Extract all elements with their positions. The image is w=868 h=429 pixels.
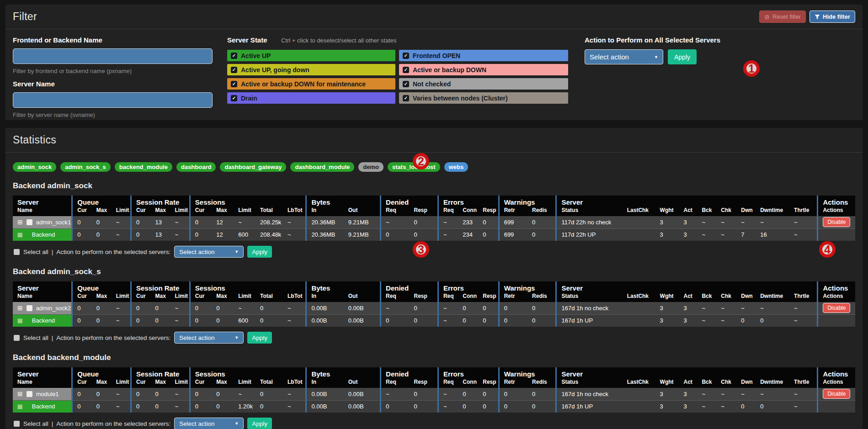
- filter-body: Frontend or Backend Name Filter by front…: [5, 29, 863, 124]
- stat-cell: 7: [736, 228, 756, 241]
- state-toggle-active-up[interactable]: ✓Active UP: [227, 50, 395, 61]
- stat-cell: 12: [212, 228, 234, 241]
- frontend-backend-name-input[interactable]: [13, 48, 213, 64]
- state-label: Active UP: [241, 52, 271, 59]
- state-toggle-active-or-backup-down[interactable]: ✓Active or backup DOWN: [399, 64, 568, 75]
- stat-cell: 9.21MB: [344, 228, 381, 241]
- column-server-status: Status: [556, 206, 623, 216]
- column-sessions-limit: Limit: [234, 292, 256, 302]
- stat-cell: ~: [756, 302, 789, 314]
- expand-icon[interactable]: ⊞: [17, 305, 23, 311]
- proxy-badge-dashboard-module[interactable]: dashboard_module: [290, 162, 354, 172]
- proxy-badge-dashboard[interactable]: dashboard: [176, 162, 216, 172]
- proxy-badge-demo[interactable]: demo: [358, 162, 383, 172]
- stat-cell: ~: [736, 388, 756, 400]
- stat-cell: 0: [410, 400, 438, 413]
- stat-cell: 3: [655, 228, 679, 241]
- select-all-checkbox[interactable]: [14, 335, 20, 341]
- global-action-select[interactable]: Select action ▼: [585, 49, 663, 64]
- state-toggle-active-or-backup-down-for-maintenance[interactable]: ✓Active or backup DOWN for maintenance: [227, 78, 395, 90]
- select-all-checkbox[interactable]: [14, 421, 20, 427]
- row-checkbox[interactable]: [27, 219, 32, 225]
- proxy-badge-webs[interactable]: webs: [444, 162, 469, 172]
- stat-cell: 3: [679, 388, 697, 400]
- state-toggle-varies-between-nodes-cluster[interactable]: ✓Varies between nodes (Cluster): [399, 92, 568, 104]
- column-queue-max: Max: [92, 206, 112, 216]
- column-server-wght: Wght: [655, 292, 679, 302]
- stat-cell: 0.00B: [344, 314, 381, 327]
- stat-cell: 0: [410, 314, 438, 327]
- expand-icon[interactable]: ⊞: [17, 232, 23, 238]
- stat-cell: 20.36MB: [306, 228, 344, 241]
- global-apply-button[interactable]: Apply: [668, 49, 697, 64]
- row-action-select[interactable]: Select action▼: [174, 332, 244, 344]
- expand-icon[interactable]: ⊞: [17, 219, 23, 225]
- stat-cell: ~: [112, 228, 131, 241]
- annotation-number: 4: [824, 243, 831, 256]
- server-name-inner: ⊞Backend: [17, 317, 67, 324]
- column-warnings-redis: Redis: [527, 378, 556, 388]
- stat-cell: 0: [410, 228, 438, 241]
- stat-cell: 0: [131, 400, 151, 413]
- row-checkbox[interactable]: [27, 391, 32, 397]
- state-toggle-active-up-going-down[interactable]: ✓Active UP, going down: [227, 64, 395, 75]
- stat-cell: ~: [716, 228, 736, 241]
- row-apply-button[interactable]: Apply: [247, 332, 272, 344]
- column-group-warnings: Warnings: [499, 367, 556, 378]
- proxy-badge-admin-sock-s[interactable]: admin_sock_s: [60, 162, 111, 172]
- proxy-badge-dashboard-gateway[interactable]: dashboard_gateway: [220, 162, 286, 172]
- stat-cell: ~: [234, 302, 256, 314]
- hide-filter-button[interactable]: Hide filter: [809, 11, 855, 23]
- row-apply-button[interactable]: Apply: [247, 418, 272, 429]
- stat-cell: 0: [256, 400, 283, 413]
- proxy-badge-backend-module[interactable]: backend_module: [115, 162, 172, 172]
- stat-cell: 13: [150, 228, 170, 241]
- state-toggle-frontend-open[interactable]: ✓Frontend OPEN: [399, 50, 568, 61]
- disable-button[interactable]: Disable: [823, 217, 850, 227]
- row-apply-button[interactable]: Apply: [247, 246, 272, 258]
- disable-button[interactable]: Disable: [823, 389, 850, 399]
- stat-cell: [623, 388, 655, 400]
- proxy-badge-admin-sock[interactable]: admin_sock: [13, 162, 56, 172]
- column-group-denied: Denied: [381, 196, 438, 206]
- checkbox-checked-icon: ✓: [231, 81, 237, 87]
- column-sessions-max: Max: [212, 206, 234, 216]
- server-name-input[interactable]: [13, 92, 213, 108]
- stat-cell: 0: [92, 228, 112, 241]
- column-errors-resp: Resp: [478, 206, 499, 216]
- checkbox-checked-icon: ✓: [403, 81, 409, 87]
- column-denied-resp: Resp: [410, 292, 438, 302]
- expand-icon[interactable]: ⊞: [17, 403, 23, 410]
- server-name: Backend: [32, 231, 62, 238]
- stat-cell: 3: [679, 228, 697, 241]
- expand-icon[interactable]: ⊞: [17, 318, 23, 324]
- stat-cell: 0: [92, 302, 112, 314]
- state-toggle-not-checked[interactable]: ✓Not checked: [399, 78, 568, 90]
- checkbox-checked-icon: ✓: [231, 67, 237, 73]
- row-action-select[interactable]: Select action▼: [174, 246, 244, 258]
- stat-cell: 0: [527, 216, 556, 228]
- reset-filter-button[interactable]: ⊘ Reset filter: [759, 11, 806, 23]
- stat-cell: ~: [381, 302, 410, 314]
- row-action-label: Action to perform on the selected server…: [56, 420, 170, 427]
- stat-cell: 13: [150, 216, 170, 228]
- state-toggle-drain[interactable]: ✓Drain: [227, 92, 395, 104]
- row-checkbox[interactable]: [27, 305, 32, 311]
- stat-cell: 0: [499, 388, 527, 400]
- backend-section-backend-admin-sock: Backend admin_sockServerQueueSession Rat…: [5, 181, 863, 258]
- server-state-header: Server State Ctrl + click to deselect/se…: [227, 36, 568, 44]
- disable-button[interactable]: Disable: [823, 303, 850, 313]
- column-denied-req: Req: [381, 378, 410, 388]
- actions-cell: Disable: [818, 302, 855, 314]
- column-actions-actions: Actions: [818, 206, 855, 216]
- select-all-checkbox[interactable]: [14, 249, 20, 255]
- checkbox-checked-icon: ✓: [403, 95, 409, 101]
- row-action-select[interactable]: Select action▼: [174, 418, 244, 429]
- annotation-number: 1: [748, 62, 755, 75]
- stat-cell: 117d 22h no check: [556, 216, 623, 228]
- chevron-down-icon: ▼: [234, 249, 239, 254]
- server-name-inner: ⊞Backend: [17, 403, 67, 410]
- expand-icon[interactable]: ⊞: [17, 391, 23, 397]
- stat-cell: ~: [438, 216, 458, 228]
- column-sessions-cur: Cur: [190, 292, 212, 302]
